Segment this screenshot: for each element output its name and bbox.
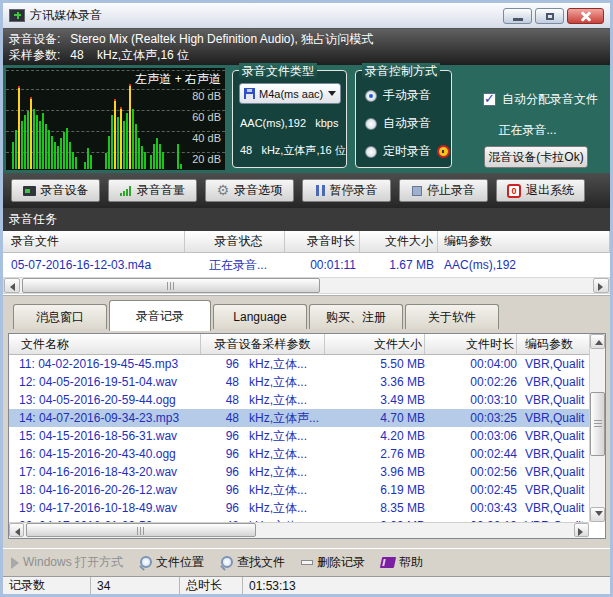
scale-label-20db: 20 dB [192,153,221,165]
scrollbar-thumb[interactable] [590,392,605,456]
meter-bar [30,97,32,169]
record-rows: 11: 04-02-2016-19-45-45.mp396kHz,立体...5.… [9,355,589,522]
window-title: 方讯媒体录音 [30,7,102,24]
file-type-dropdown[interactable]: M4a(ms aac) [239,83,341,104]
sample-label: 采样参数: [9,48,60,62]
task-horizontal-scrollbar[interactable] [3,277,610,294]
录音音量-button[interactable]: 录音音量 [108,179,197,202]
file-type-selected: M4a(ms aac) [259,88,323,100]
minimize-button[interactable] [503,8,532,24]
meter-bar [45,124,47,169]
scrollbar-thumb[interactable] [26,523,256,537]
floppy-icon [244,88,255,99]
tab-4[interactable]: 购买、注册 [309,304,403,329]
meter-bar [57,146,59,169]
timer-clock-icon [437,145,450,158]
button-label: 录音音量 [137,182,185,199]
radio-label: 自动录音 [383,115,431,132]
meter-bar [138,138,140,169]
meter-bar [162,152,164,169]
帮助-toolbar-item[interactable]: 帮助 [381,554,423,571]
record-row[interactable]: 11: 04-02-2016-19-45-45.mp396kHz,立体...5.… [9,355,589,373]
app-window: 方讯媒体录音 录音设备: Stereo Mix (Realtek High De… [0,0,613,597]
search-icon [139,556,152,569]
auto-assign-checkbox[interactable]: 自动分配录音文件 [483,91,598,108]
meter-bar [126,113,128,169]
file-type-groupbox: 录音文件类型 M4a(ms aac) AAC(ms),192 kbps 48 k… [232,70,347,168]
查找文件-toolbar-item[interactable]: 查找文件 [220,554,285,571]
tab-zone: 消息窗口录音记录Language购买、注册关于软件 文件名称 录音设备采样参数 … [3,296,610,594]
file-type-title: 录音文件类型 [239,63,317,80]
暂停录音-button[interactable]: 暂停录音 [302,179,391,202]
mixer-device-button[interactable]: 混音设备(卡拉Ok) [484,146,588,168]
scrollbar-thumb[interactable] [22,278,320,293]
tab-2[interactable]: 录音记录 [109,300,211,331]
meter-bar [120,107,122,169]
radio-option-2[interactable]: 自动录音 [365,115,431,132]
help-book-icon [380,557,396,568]
records-horizontal-scrollbar[interactable] [9,522,589,538]
record-count-value: 34 [91,577,180,594]
record-row[interactable]: 12: 04-05-2016-19-51-04.wav48kHz,立体...3.… [9,373,589,391]
search-icon [220,556,233,569]
radio-option-3[interactable]: 定时录音 [365,143,450,160]
meter-bar [72,152,74,169]
maximize-button[interactable] [535,8,564,24]
minimize-icon [513,18,523,21]
tab-3[interactable]: Language [213,304,307,329]
checkbox-icon [483,93,496,106]
radio-option-1[interactable]: 手动录音 [365,87,431,104]
meter-bar [144,152,146,169]
task-section-title: 录音任务 [3,208,610,231]
record-row[interactable]: 18: 04-16-2016-20-26-12.wav96kHz,立体...6.… [9,481,589,499]
scale-label-80db: 80 dB [192,90,221,102]
meter-bar [12,142,14,169]
scroll-right-icon [578,528,583,536]
停止录音-button[interactable]: 停止录音 [399,179,488,202]
record-row[interactable]: 15: 04-15-2016-18-56-31.wav96kHz,立体...4.… [9,427,589,445]
scale-label-40db: 40 dB [192,132,221,144]
volume-icon [120,186,132,196]
device-info-header: 录音设备: Stereo Mix (Realtek High Definitio… [3,29,610,65]
record-row[interactable]: 17: 04-16-2016-18-43-20.wav96kHz,立体...3.… [9,463,589,481]
button-label: 暂停录音 [330,182,378,199]
scroll-left-icon [10,283,15,291]
meter-bar [21,121,23,170]
录音设备-button[interactable]: 录音设备 [11,179,100,202]
record-row[interactable]: 19: 04-17-2016-10-18-49.wav96kHz,立体...8.… [9,499,589,517]
record-count-label: 记录数 [3,577,91,594]
toolbar-item-label: 文件位置 [156,554,204,571]
meter-bar [87,148,89,169]
tab-1[interactable]: 消息窗口 [13,304,107,329]
button-label: 录音选项 [234,182,282,199]
close-button[interactable] [567,8,604,24]
record-row[interactable]: 14: 04-07-2016-09-34-23.mp348kHz,立体声...4… [9,409,589,427]
records-vertical-scrollbar[interactable] [589,334,605,522]
删除记录-toolbar-item[interactable]: 删除记录 [301,554,365,571]
tab-5[interactable]: 关于软件 [405,304,499,329]
task-row[interactable]: 05-07-2016-16-12-03.m4a 正在录音... 00:01:11… [3,253,610,277]
auto-assign-panel: 自动分配录音文件 正在录音... 混音设备(卡拉Ok) [455,65,610,173]
退出系统-button[interactable]: 退出系统 [496,179,585,202]
sample-value: 48 kHz,立体声,16 位 [70,48,189,62]
task-table-header: 录音文件 录音状态 录音时长 文件大小 编码参数 [3,231,610,253]
meter-bar [27,111,29,169]
record-row[interactable]: 16: 04-15-2016-20-43-40.ogg96kHz,立体...2.… [9,445,589,463]
control-mode-groupbox: 录音控制方式 手动录音自动录音定时录音 [355,70,452,168]
meter-bar [36,115,38,169]
records-header: 文件名称 录音设备采样参数 文件大小 文件时长 编码参数 [9,334,605,355]
chevron-down-icon [328,91,336,96]
meter-bar [111,115,113,169]
record-row[interactable]: 13: 04-05-2016-20-59-44.ogg48kHz,立体...3.… [9,391,589,409]
文件位置-toolbar-item[interactable]: 文件位置 [139,554,204,571]
task-col-status: 录音状态 [185,231,285,252]
channel-label: 左声道 + 右声道 [135,71,221,88]
Windows 打开方式-toolbar-item: Windows 打开方式 [11,554,123,571]
button-label: 退出系统 [526,182,574,199]
meter-bar [135,124,137,169]
录音选项-button[interactable]: 录音选项 [205,179,294,202]
tab-strip: 消息窗口录音记录Language购买、注册关于软件 [13,304,501,331]
meter-bar [15,130,17,169]
arrow-icon [11,557,19,569]
col-filename: 文件名称 [9,334,201,354]
